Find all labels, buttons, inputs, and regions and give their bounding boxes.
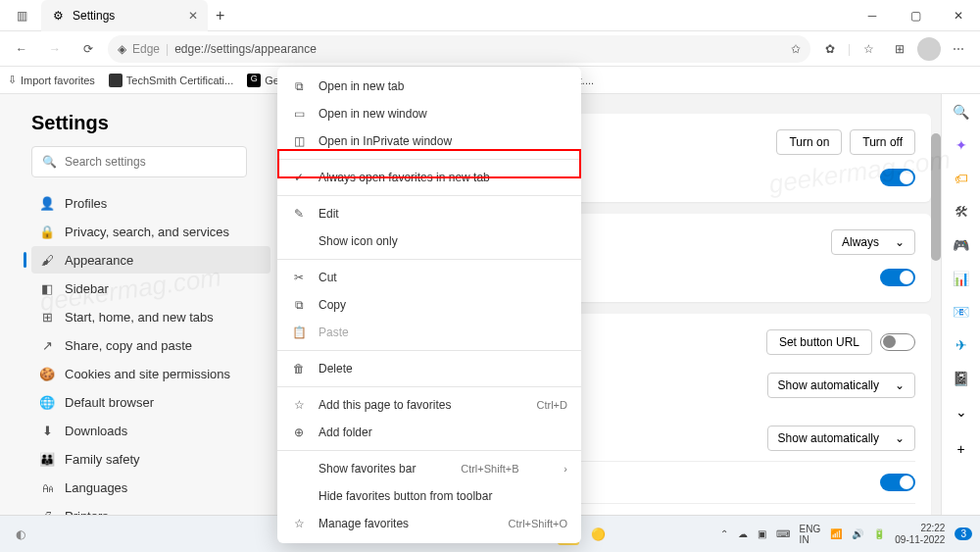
taskview-icon[interactable]: ◐ xyxy=(8,522,33,547)
tab-actions-icon[interactable]: ▥ xyxy=(8,2,35,29)
menu-icon: ☆ xyxy=(291,516,307,531)
context-menu-item[interactable]: ✓Always open favorites in new tab xyxy=(277,164,581,191)
nav-icon: ⬇ xyxy=(39,423,55,438)
context-menu-item[interactable]: ☆Manage favoritesCtrl+Shift+O xyxy=(277,510,581,537)
tray-volume[interactable]: 🔊 xyxy=(852,528,863,539)
notification-badge[interactable]: 3 xyxy=(955,527,972,540)
sidebar-item[interactable]: 👪Family safety xyxy=(31,445,270,473)
office-icon[interactable]: 📊 xyxy=(952,269,971,288)
back-button[interactable]: ← xyxy=(8,35,35,63)
nav-icon: 🖌 xyxy=(39,252,55,268)
chevron-down-icon: ⌄ xyxy=(895,235,905,249)
toggle[interactable] xyxy=(880,269,915,286)
context-menu-item[interactable]: ⧉Copy xyxy=(277,291,581,319)
import-icon: ⇩ xyxy=(8,74,17,86)
search-box[interactable]: 🔍 xyxy=(31,146,247,177)
toggle[interactable] xyxy=(880,333,915,351)
chevron-down-icon: ⌄ xyxy=(895,378,905,392)
context-menu-item[interactable]: 🗑Delete xyxy=(277,355,581,382)
favorites-icon[interactable]: ☆ xyxy=(855,35,882,63)
add-icon[interactable]: + xyxy=(952,439,971,459)
context-menu-item[interactable]: ✎Edit xyxy=(277,200,581,227)
maximize-button[interactable]: ▢ xyxy=(894,0,937,31)
set-url-button[interactable]: Set button URL xyxy=(766,329,872,355)
browser-tab[interactable]: ⚙ Settings ✕ xyxy=(41,0,208,31)
sidebar-item[interactable]: ⬇Downloads xyxy=(31,417,270,444)
turn-on-button[interactable]: Turn on xyxy=(776,129,842,155)
context-menu-item[interactable]: ✂Cut xyxy=(277,264,581,291)
games-icon[interactable]: 🎮 xyxy=(952,235,971,255)
new-tab-button[interactable]: + xyxy=(208,7,232,25)
turn-off-button[interactable]: Turn off xyxy=(850,129,915,155)
settings-nav: 👤Profiles🔒Privacy, search, and services🖌… xyxy=(31,189,270,552)
search-input[interactable] xyxy=(65,155,236,169)
menu-icon xyxy=(291,461,307,477)
tray-icon[interactable]: ⌃ xyxy=(720,528,728,539)
tray-battery[interactable]: 🔋 xyxy=(873,528,885,539)
chevron-down-icon[interactable]: ⌄ xyxy=(952,402,971,422)
tray-graphics[interactable]: ▣ xyxy=(758,528,766,539)
sidebar-item[interactable]: ◧Sidebar xyxy=(31,275,270,302)
menu-icon: ⊕ xyxy=(291,425,307,440)
context-menu-item[interactable]: Show favorites barCtrl+Shift+B› xyxy=(277,455,581,482)
collections-icon[interactable]: ⊞ xyxy=(886,35,913,63)
avatar[interactable] xyxy=(917,37,941,61)
sidebar-item[interactable]: 🍪Cookies and site permissions xyxy=(31,360,270,387)
onenote-icon[interactable]: 📓 xyxy=(952,369,971,388)
favicon: G xyxy=(247,74,261,87)
toggle[interactable] xyxy=(880,169,915,186)
tag-icon[interactable]: 🏷 xyxy=(952,169,971,188)
edge-sidebar: 🔍 ✦ 🏷 🛠 🎮 📊 📧 ✈ 📓 ⌄ + xyxy=(941,94,980,515)
sidebar-item[interactable]: ⊞Start, home, and new tabs xyxy=(31,303,270,330)
sidebar-item[interactable]: 🌐Default browser xyxy=(31,388,270,416)
tray-lang[interactable]: ENGIN xyxy=(800,524,821,545)
context-menu-item[interactable]: ▭Open in new window xyxy=(277,100,581,127)
gear-icon: ⚙ xyxy=(51,9,65,23)
context-menu: ⧉Open in new tab▭Open in new window◫Open… xyxy=(277,67,581,543)
bookmark-item[interactable]: ⇩Import favorites xyxy=(8,74,95,86)
sidebar-item[interactable]: 🖌Appearance xyxy=(31,246,270,274)
select-show-auto[interactable]: Show automatically⌄ xyxy=(767,426,915,451)
toggle[interactable] xyxy=(880,474,915,491)
favorite-icon[interactable]: ✩ xyxy=(791,42,801,56)
taskbar-canary[interactable]: 🟡 xyxy=(585,522,611,547)
tray-wifi[interactable]: 📶 xyxy=(830,528,842,539)
minimize-button[interactable]: ─ xyxy=(851,0,894,31)
tools-icon[interactable]: 🛠 xyxy=(952,202,971,222)
tray-keyboard[interactable]: ⌨ xyxy=(776,528,790,539)
sidebar-item[interactable]: ↗Share, copy and paste xyxy=(31,331,270,359)
settings-sidebar: Settings 🔍 👤Profiles🔒Privacy, search, an… xyxy=(0,94,274,515)
clock[interactable]: 22:2209-11-2022 xyxy=(895,523,945,546)
menu-icon: ◫ xyxy=(291,133,307,149)
nav-icon: 🍪 xyxy=(39,366,55,381)
menu-icon[interactable]: ⋯ xyxy=(945,35,972,63)
extensions-icon[interactable]: ✿ xyxy=(816,35,844,63)
context-menu-item[interactable]: ◫Open in InPrivate window xyxy=(277,127,581,155)
tray-onedrive[interactable]: ☁ xyxy=(738,528,748,539)
sparkle-icon[interactable]: ✦ xyxy=(952,135,971,155)
context-menu-item[interactable]: Show icon only xyxy=(277,227,581,255)
sidebar-item[interactable]: 👤Profiles xyxy=(31,189,270,217)
context-menu-item[interactable]: ☆Add this page to favoritesCtrl+D xyxy=(277,391,581,419)
close-tab-icon[interactable]: ✕ xyxy=(188,9,198,23)
menu-icon: ✎ xyxy=(291,206,307,222)
close-button[interactable]: ✕ xyxy=(937,0,980,31)
search-icon: 🔍 xyxy=(42,155,57,169)
search-icon[interactable]: 🔍 xyxy=(952,102,971,122)
nav-icon: 👤 xyxy=(39,195,55,211)
select-always[interactable]: Always⌄ xyxy=(831,229,915,255)
telegram-icon[interactable]: ✈ xyxy=(952,335,971,355)
address-scheme: Edge xyxy=(132,42,160,56)
scrollbar[interactable] xyxy=(931,133,941,261)
sidebar-item[interactable]: 🗛Languages xyxy=(31,474,270,501)
outlook-icon[interactable]: 📧 xyxy=(952,302,971,322)
refresh-button[interactable]: ⟳ xyxy=(74,35,102,63)
bookmark-item[interactable]: TechSmith Certificati... xyxy=(109,74,233,87)
context-menu-item: 📋Paste xyxy=(277,319,581,346)
context-menu-item[interactable]: ⊕Add folder xyxy=(277,419,581,446)
select-show-auto[interactable]: Show automatically⌄ xyxy=(767,373,915,398)
address-bar[interactable]: ◈ Edge | edge://settings/appearance ✩ xyxy=(108,35,810,63)
sidebar-item[interactable]: 🔒Privacy, search, and services xyxy=(31,218,270,245)
context-menu-item[interactable]: Hide favorites button from toolbar xyxy=(277,482,581,510)
context-menu-item[interactable]: ⧉Open in new tab xyxy=(277,73,581,100)
